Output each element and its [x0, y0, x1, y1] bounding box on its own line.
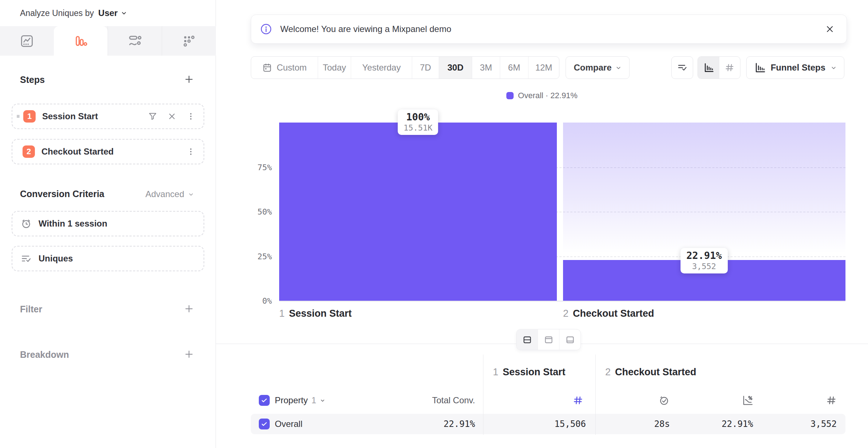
plus-icon	[184, 303, 194, 314]
advanced-label: Advanced	[145, 189, 184, 199]
tab-flows[interactable]	[108, 26, 162, 56]
tab-retention[interactable]	[162, 26, 216, 56]
list-check-icon	[20, 253, 32, 264]
criteria-label: Uniques	[39, 253, 73, 264]
y-tick: 75%	[237, 163, 272, 172]
table-column-divider	[483, 355, 483, 435]
date-12m-button[interactable]: 12M	[528, 57, 559, 79]
metric-list-check-button[interactable]	[671, 56, 693, 79]
time-to-convert-column-icon[interactable]	[658, 395, 670, 406]
banner-text: Welcome! You are viewing a Mixpanel demo	[280, 24, 451, 34]
row-label: Overall	[275, 419, 302, 429]
step-name: Checkout Started	[573, 308, 654, 319]
kebab-menu-icon[interactable]	[186, 112, 196, 121]
chevron-down-icon	[831, 65, 837, 71]
date-range-label: 12M	[535, 63, 552, 73]
breakdown-title: Breakdown	[20, 349, 69, 360]
date-range-label: 30D	[447, 63, 463, 73]
layout-bottom-icon	[565, 335, 575, 345]
row-step2-time: 28s	[597, 419, 670, 429]
y-tick: 50%	[237, 207, 272, 216]
layout-top-button[interactable]	[538, 329, 559, 350]
advanced-dropdown[interactable]: Advanced	[145, 189, 194, 199]
analyze-by-label: Analyze Uniques by	[20, 8, 94, 18]
step1-count-column-icon[interactable]	[572, 395, 583, 406]
step2-count-column-icon[interactable]	[826, 395, 837, 406]
total-conv-header: Total Conv.	[366, 395, 475, 406]
format-percent-bars-button[interactable]	[698, 57, 719, 79]
tab-funnels[interactable]	[54, 26, 108, 56]
date-range-label: 7D	[420, 63, 431, 73]
date-range-label: Today	[323, 63, 346, 73]
tab-insights[interactable]	[0, 26, 54, 56]
row-step1-count: 15,506	[513, 419, 586, 429]
date-6m-button[interactable]: 6M	[500, 57, 528, 79]
date-today-button[interactable]: Today	[318, 57, 351, 79]
table-group-header-step2: 2 Checkout Started	[605, 367, 696, 378]
plus-icon	[184, 74, 194, 85]
analyze-by-dropdown[interactable]: User	[98, 8, 127, 18]
banner-close-icon[interactable]	[825, 24, 835, 34]
overall-row-checkbox[interactable]	[259, 419, 270, 429]
row-total-conv: 22.91%	[402, 419, 475, 429]
step-number-badge: 2	[23, 145, 35, 158]
criteria-counting-row[interactable]: Uniques	[12, 246, 204, 271]
add-step-button[interactable]	[182, 72, 196, 87]
bar-chart-icon	[703, 62, 714, 73]
sidebar: Analyze Uniques by User	[0, 0, 216, 448]
chart-legend: Overall · 22.91%	[216, 91, 868, 100]
bar-value-tooltip: 22.91% 3,552	[680, 248, 728, 273]
alarm-clock-icon	[20, 218, 32, 229]
step-row-2[interactable]: 2 Checkout Started	[12, 139, 204, 164]
format-number-button[interactable]	[719, 57, 740, 79]
x-axis-label-step1: 1 Session Start	[279, 308, 352, 319]
layout-bottom-button[interactable]	[559, 329, 580, 350]
funnel-bar-session-start[interactable]	[279, 123, 557, 301]
chevron-down-icon	[188, 191, 194, 197]
date-range-control: Custom Today Yesterday 7D 30D 3M 6M 12M	[251, 56, 559, 79]
add-breakdown-button[interactable]	[182, 347, 196, 361]
add-filter-button[interactable]	[182, 301, 196, 316]
flows-icon	[128, 34, 142, 48]
date-7d-button[interactable]: 7D	[412, 57, 439, 79]
view-funnel-steps-dropdown[interactable]: Funnel Steps	[746, 56, 844, 79]
criteria-window-row[interactable]: Within 1 session	[12, 211, 204, 236]
group-step-name: Checkout Started	[615, 367, 696, 378]
close-icon[interactable]	[167, 112, 177, 121]
chevron-down-icon	[121, 10, 127, 16]
date-30d-button[interactable]: 30D	[439, 57, 472, 79]
mixpanel-funnel-app: Analyze Uniques by User	[0, 0, 868, 448]
property-dropdown[interactable]: Property 1	[275, 395, 325, 406]
view-label: Funnel Steps	[771, 63, 825, 73]
date-3m-button[interactable]: 3M	[472, 57, 500, 79]
kebab-menu-icon[interactable]	[186, 147, 196, 156]
date-range-label: 6M	[508, 63, 520, 73]
funnels-icon	[73, 34, 88, 48]
layout-split-icon	[522, 335, 532, 345]
step-row-1[interactable]: 1 Session Start	[12, 104, 204, 129]
step-label: Session Start	[42, 111, 98, 121]
report-type-tabbar	[0, 26, 216, 56]
date-custom-button[interactable]: Custom	[251, 57, 318, 79]
panel-layout-toggle	[516, 329, 581, 350]
chevron-down-icon	[320, 398, 325, 403]
compare-button[interactable]: Compare	[566, 56, 630, 79]
step-name: Session Start	[289, 308, 352, 319]
compare-label: Compare	[574, 63, 611, 73]
conversion-rate-column-icon[interactable]	[742, 395, 753, 406]
filter-funnel-icon[interactable]	[148, 111, 158, 121]
row-step2-conv: 22.91%	[680, 419, 753, 429]
y-tick: 0%	[237, 296, 272, 305]
list-check-icon	[677, 62, 688, 73]
date-yesterday-button[interactable]: Yesterday	[351, 57, 412, 79]
property-label: Property	[275, 395, 308, 405]
property-number: 1	[312, 395, 316, 405]
step-number-badge: 1	[23, 110, 36, 123]
drag-handle-icon[interactable]	[15, 112, 23, 120]
layout-split-button[interactable]	[517, 329, 538, 350]
property-checkbox[interactable]	[259, 395, 270, 406]
filter-title: Filter	[20, 304, 42, 315]
step-number: 1	[279, 308, 285, 319]
funnel-loss-area	[563, 123, 845, 260]
group-step-number: 2	[605, 367, 611, 378]
